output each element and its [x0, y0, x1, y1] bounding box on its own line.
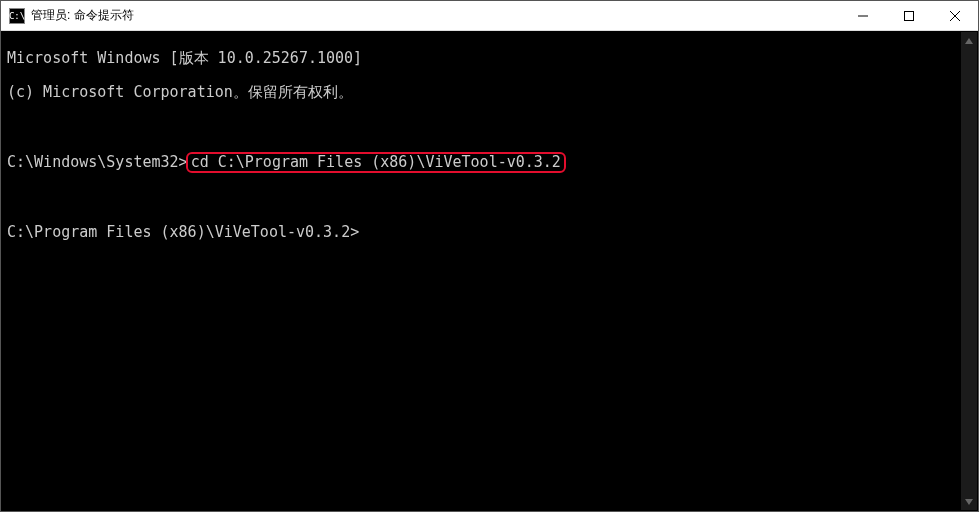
close-icon — [950, 11, 960, 21]
close-button[interactable] — [932, 1, 978, 30]
highlighted-command: cd C:\Program Files (x86)\ViVeTool-v0.3.… — [186, 152, 566, 173]
prompt-path: C:\Windows\System32> — [7, 153, 188, 171]
svg-rect-1 — [905, 11, 914, 20]
blank-line — [7, 118, 974, 135]
scroll-up-button[interactable] — [961, 32, 977, 49]
window-title: 管理员: 命令提示符 — [31, 7, 134, 24]
maximize-icon — [904, 11, 914, 21]
cmd-icon: C:\ — [9, 8, 25, 24]
vertical-scrollbar[interactable] — [961, 32, 977, 510]
window-controls — [840, 1, 978, 30]
output-line: (c) Microsoft Corporation。保留所有权利。 — [7, 84, 974, 101]
minimize-icon — [858, 11, 868, 21]
chevron-up-icon — [965, 38, 973, 44]
terminal-area[interactable]: Microsoft Windows [版本 10.0.25267.1000] (… — [1, 31, 978, 511]
output-line: Microsoft Windows [版本 10.0.25267.1000] — [7, 50, 974, 67]
prompt-line: C:\Windows\System32>cd C:\Program Files … — [7, 152, 974, 173]
minimize-button[interactable] — [840, 1, 886, 30]
titlebar[interactable]: C:\ 管理员: 命令提示符 — [1, 1, 978, 31]
scroll-down-button[interactable] — [961, 493, 977, 510]
chevron-down-icon — [965, 499, 973, 505]
prompt-line: C:\Program Files (x86)\ViVeTool-v0.3.2> — [7, 224, 974, 241]
title-left: C:\ 管理员: 命令提示符 — [9, 7, 134, 24]
scrollbar-track[interactable] — [961, 49, 977, 493]
blank-line — [7, 190, 974, 207]
command-prompt-window: C:\ 管理员: 命令提示符 Microsoft Windows [版本 10.… — [0, 0, 979, 512]
maximize-button[interactable] — [886, 1, 932, 30]
